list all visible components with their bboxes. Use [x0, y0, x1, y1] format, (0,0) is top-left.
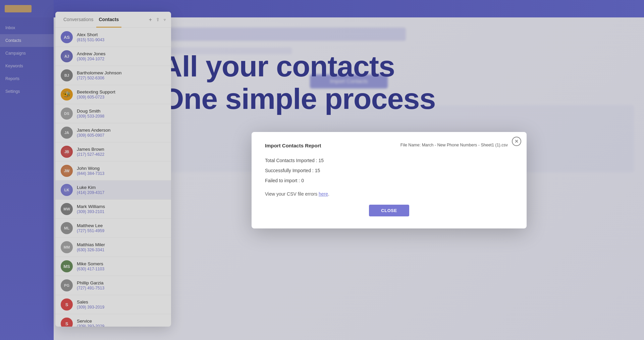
import-report-modal: ✕ File Name: March - New Phone Numbers -… — [252, 132, 527, 228]
csv-errors-link[interactable]: here — [319, 191, 328, 197]
modal-stats: Total Contacts Imported : 15 Successfull… — [265, 158, 513, 183]
total-contacts-value: 15 — [319, 158, 324, 163]
failed-import-label: Failed to import : — [265, 178, 301, 183]
close-button[interactable]: CLOSE — [369, 205, 409, 216]
successfully-imported-value: 15 — [315, 168, 320, 173]
successfully-imported-stat: Successfully Imported : 15 — [265, 168, 513, 173]
modal-overlay: ✕ File Name: March - New Phone Numbers -… — [0, 0, 644, 340]
modal-file-name: File Name: March - New Phone Numbers - S… — [400, 143, 508, 147]
failed-import-value: 0 — [301, 178, 304, 183]
failed-import-stat: Failed to import : 0 — [265, 178, 513, 183]
modal-close-icon[interactable]: ✕ — [512, 137, 521, 146]
csv-errors-link-container: View your CSV file errors here. — [265, 191, 513, 197]
successfully-imported-label: Successfully Imported : — [265, 168, 315, 173]
csv-errors-label: View your CSV file errors — [265, 191, 319, 197]
total-contacts-stat: Total Contacts Imported : 15 — [265, 158, 513, 163]
total-contacts-label: Total Contacts Imported : — [265, 158, 319, 163]
